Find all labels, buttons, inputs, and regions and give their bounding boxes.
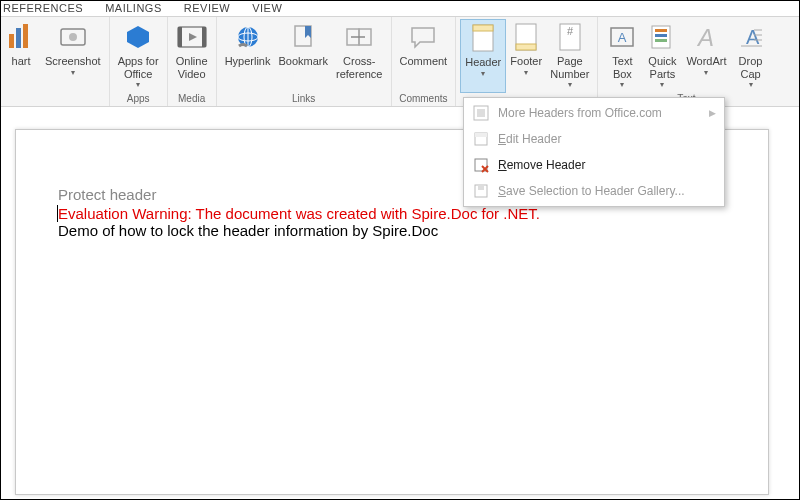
group-media: Online Video Media [168,17,217,106]
apps-button[interactable]: Apps for Office ▾ [114,19,163,93]
dropdown-caret: ▾ [568,80,572,89]
apps-label: Apps for Office [118,55,159,80]
screenshot-label: Screenshot [45,55,101,68]
menu-edit-label: Edit Header [498,132,561,146]
online-video-button[interactable]: Online Video [172,19,212,93]
video-label: Online Video [176,55,208,80]
crossref-button[interactable]: Cross- reference [332,19,386,93]
drop-cap-button[interactable]: A Drop Cap ▾ [731,19,771,93]
save-gallery-icon [472,182,490,200]
tab-mailings[interactable]: MAILINGS [105,2,162,14]
comment-label: Comment [400,55,448,68]
quick-parts-button[interactable]: Quick Parts ▾ [642,19,682,93]
edit-header-icon [472,130,490,148]
bookmark-button[interactable]: Bookmark [274,19,332,93]
header-icon [467,22,499,54]
svg-rect-44 [478,185,484,190]
wordart-label: WordArt [686,55,726,68]
group-apps-label: Apps [127,93,150,106]
dropdown-caret: ▾ [704,68,708,77]
apps-icon [122,21,154,53]
ribbon: hart Screenshot ▾ Apps for Office ▾ Apps [1,17,799,107]
menu-save-selection: Save Selection to Header Gallery... [466,178,722,204]
header-button[interactable]: Header ▾ [460,19,506,93]
text-box-button[interactable]: A Text Box ▾ [602,19,642,93]
group-illustrations: hart Screenshot ▾ [1,17,110,106]
bookmark-icon [287,21,319,53]
svg-rect-29 [655,39,667,42]
svg-rect-21 [516,44,536,50]
drop-cap-icon: A [735,21,767,53]
page-number-button[interactable]: # Page Number ▾ [546,19,593,93]
menu-edit-header: Edit Header [466,126,722,152]
menu-save-label: Save Selection to Header Gallery... [498,184,685,198]
screenshot-button[interactable]: Screenshot ▾ [41,19,105,93]
svg-rect-39 [475,133,487,137]
svg-rect-1 [16,28,21,48]
svg-rect-37 [477,109,485,117]
group-comments: Comment Comments [392,17,457,106]
comment-button[interactable]: Comment [396,19,452,93]
remove-header-icon [472,156,490,174]
crossref-icon [343,21,375,53]
group-comments-label: Comments [399,93,447,106]
chart-icon [5,21,37,53]
dropdown-caret: ▾ [749,80,753,89]
svg-text:A: A [618,30,627,45]
svg-marker-9 [189,33,197,41]
ribbon-tabs: REFERENCES MAILINGS REVIEW VIEW [1,1,799,17]
svg-rect-0 [9,34,14,48]
svg-text:A: A [696,24,714,50]
tab-references[interactable]: REFERENCES [3,2,83,14]
hyperlink-button[interactable]: Hyperlink [221,19,275,93]
chart-button[interactable]: hart [1,19,41,93]
hyperlink-icon [232,21,264,53]
svg-rect-27 [655,29,667,32]
bookmark-label: Bookmark [278,55,328,68]
header-label: Header [465,56,501,69]
text-box-label: Text Box [612,55,632,80]
group-text: A Text Box ▾ Quick Parts ▾ A WordArt ▾ [598,17,774,106]
submenu-arrow-icon: ▶ [709,108,716,118]
header-dropdown-menu: More Headers from Office.com ▶ Edit Head… [463,97,725,207]
quick-parts-icon [646,21,678,53]
quick-parts-label: Quick Parts [648,55,676,80]
tab-view[interactable]: VIEW [252,2,282,14]
svg-marker-5 [127,26,149,48]
svg-rect-28 [655,34,667,37]
menu-remove-header[interactable]: Remove Header [466,152,722,178]
hyperlink-label: Hyperlink [225,55,271,68]
dropdown-caret: ▾ [660,80,664,89]
svg-text:A: A [746,26,760,48]
menu-more-label: More Headers from Office.com [498,106,662,120]
page-number-icon: # [554,21,586,53]
group-links: Hyperlink Bookmark Cross- reference Link… [217,17,392,106]
footer-button[interactable]: Footer ▾ [506,19,546,93]
evaluation-warning: Evaluation Warning: The document was cre… [58,205,726,222]
group-label [51,93,54,106]
dropdown-caret: ▾ [71,68,75,77]
dropdown-caret: ▾ [524,68,528,77]
video-icon [176,21,208,53]
crossref-label: Cross- reference [336,55,382,80]
body-text: Demo of how to lock the header informati… [58,222,726,239]
group-links-label: Links [292,93,315,106]
wordart-button[interactable]: A WordArt ▾ [682,19,730,93]
footer-icon [510,21,542,53]
svg-marker-15 [305,26,311,38]
dropdown-caret: ▾ [136,80,140,89]
chart-label: hart [12,55,31,68]
svg-rect-2 [23,24,28,48]
page-number-label: Page Number [550,55,589,80]
text-box-icon: A [606,21,638,53]
svg-rect-19 [473,25,493,31]
screenshot-icon [57,21,89,53]
footer-label: Footer [510,55,542,68]
dropdown-caret: ▾ [620,80,624,89]
menu-remove-label: Remove Header [498,158,585,172]
tab-review[interactable]: REVIEW [184,2,230,14]
comment-icon [407,21,439,53]
svg-text:#: # [567,25,574,37]
group-apps: Apps for Office ▾ Apps [110,17,168,106]
svg-point-4 [69,33,77,41]
